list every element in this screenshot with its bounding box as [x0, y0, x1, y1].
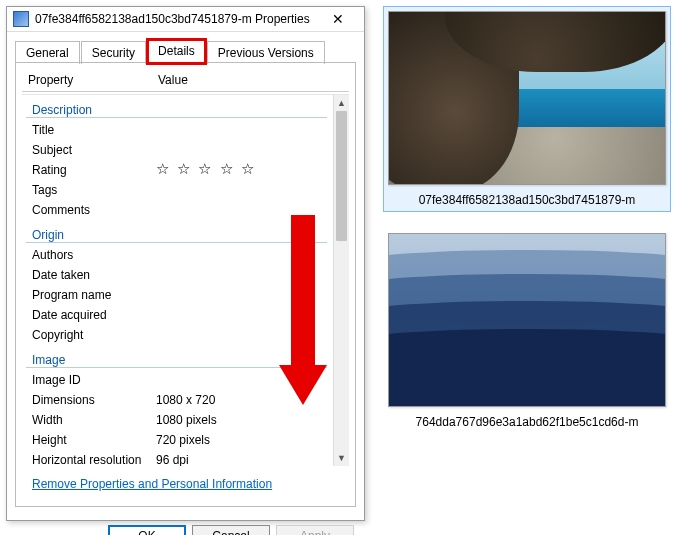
thumbnail-image	[388, 233, 666, 407]
details-panel: Property Value Description Title Subject…	[15, 62, 356, 507]
thumbnail-pane: 07fe384ff6582138ad150c3bd7451879-m 764dd…	[377, 6, 677, 521]
thumbnail[interactable]: 764dda767d96e3a1abd62f1be5c1cd6d-m	[383, 228, 671, 434]
row-date-taken[interactable]: Date taken	[22, 265, 331, 285]
section-origin: Origin	[26, 224, 327, 243]
thumbnail-label: 764dda767d96e3a1abd62f1be5c1cd6d-m	[388, 415, 666, 429]
tab-previous-versions[interactable]: Previous Versions	[207, 41, 325, 64]
header-value: Value	[158, 73, 343, 87]
column-headers: Property Value	[22, 71, 349, 89]
section-image: Image	[26, 349, 327, 368]
header-property: Property	[28, 73, 158, 87]
row-height[interactable]: Height720 pixels	[22, 430, 331, 450]
properties-dialog: 07fe384ff6582138ad150c3bd7451879-m Prope…	[6, 6, 365, 521]
row-authors[interactable]: Authors	[22, 245, 331, 265]
rating-stars: ☆ ☆ ☆ ☆ ☆	[156, 163, 321, 177]
apply-button: Apply	[276, 525, 354, 535]
dialog-buttons: OK Cancel Apply	[7, 515, 364, 535]
section-description: Description	[26, 99, 327, 118]
tabs: General Security Details Previous Versio…	[7, 32, 364, 62]
thumbnail-image	[388, 11, 666, 185]
row-rating[interactable]: Rating☆ ☆ ☆ ☆ ☆	[22, 160, 331, 180]
row-dimensions[interactable]: Dimensions1080 x 720	[22, 390, 331, 410]
cancel-button[interactable]: Cancel	[192, 525, 270, 535]
row-image-id[interactable]: Image ID	[22, 370, 331, 390]
file-icon	[13, 11, 29, 27]
row-tags[interactable]: Tags	[22, 180, 331, 200]
scroll-down-icon[interactable]: ▼	[334, 450, 349, 466]
row-subject[interactable]: Subject	[22, 140, 331, 160]
remove-properties-link[interactable]: Remove Properties and Personal Informati…	[32, 477, 272, 491]
row-hres[interactable]: Horizontal resolution96 dpi	[22, 450, 331, 466]
row-program-name[interactable]: Program name	[22, 285, 331, 305]
tab-security[interactable]: Security	[81, 41, 146, 64]
scroll-thumb[interactable]	[336, 111, 347, 241]
tab-details[interactable]: Details	[147, 39, 206, 63]
remove-properties-row: Remove Properties and Personal Informati…	[22, 466, 349, 500]
tab-general[interactable]: General	[15, 41, 80, 64]
divider	[22, 91, 349, 92]
window-title: 07fe384ff6582138ad150c3bd7451879-m Prope…	[35, 12, 318, 26]
row-date-acquired[interactable]: Date acquired	[22, 305, 331, 325]
titlebar: 07fe384ff6582138ad150c3bd7451879-m Prope…	[7, 7, 364, 32]
ok-button[interactable]: OK	[108, 525, 186, 535]
row-title[interactable]: Title	[22, 120, 331, 140]
thumbnail-label: 07fe384ff6582138ad150c3bd7451879-m	[388, 193, 666, 207]
close-button[interactable]: ✕	[318, 7, 358, 31]
row-width[interactable]: Width1080 pixels	[22, 410, 331, 430]
scroll-up-icon[interactable]: ▲	[334, 95, 349, 111]
thumbnail-selected[interactable]: 07fe384ff6582138ad150c3bd7451879-m	[383, 6, 671, 212]
scrollbar[interactable]: ▲ ▼	[333, 95, 349, 466]
row-comments[interactable]: Comments	[22, 200, 331, 220]
properties-scroll: Description Title Subject Rating☆ ☆ ☆ ☆ …	[22, 94, 349, 466]
row-copyright[interactable]: Copyright	[22, 325, 331, 345]
tab-label: Details	[158, 44, 195, 58]
